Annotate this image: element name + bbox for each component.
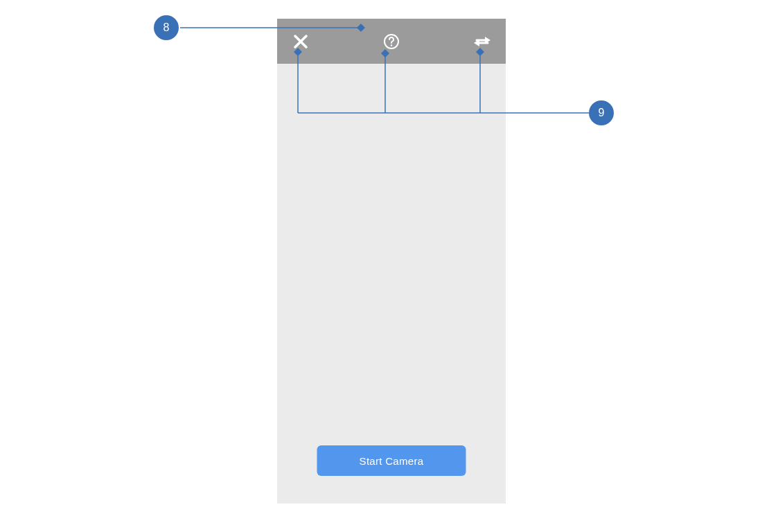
callout-number: 9 bbox=[599, 107, 605, 119]
swap-icon[interactable] bbox=[472, 32, 492, 51]
svg-point-3 bbox=[391, 44, 392, 46]
device-panel: Start Camera bbox=[277, 19, 506, 504]
callout-badge-8: 8 bbox=[154, 15, 179, 40]
start-camera-button[interactable]: Start Camera bbox=[317, 445, 466, 476]
callout-number: 8 bbox=[163, 21, 170, 34]
callout-badge-9: 9 bbox=[589, 100, 614, 125]
device-header bbox=[277, 19, 506, 64]
close-icon[interactable] bbox=[291, 32, 310, 51]
help-icon[interactable] bbox=[382, 32, 401, 51]
